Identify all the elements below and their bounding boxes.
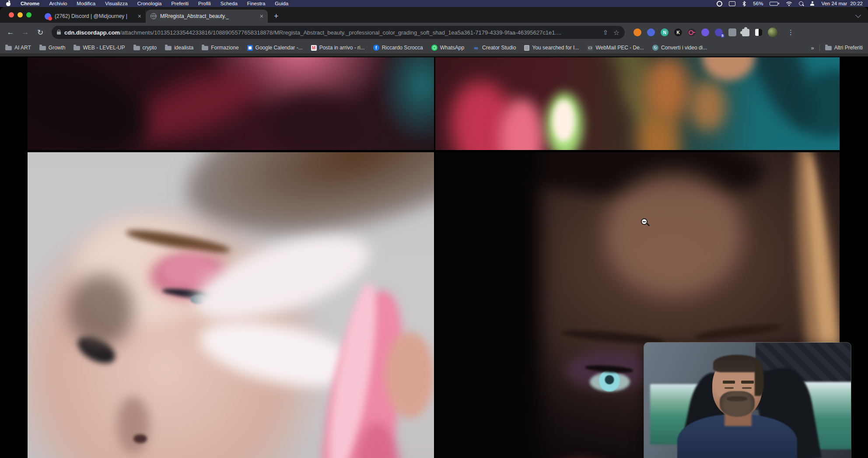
zoom-out-cursor — [641, 218, 653, 231]
extension-key-icon[interactable] — [688, 28, 696, 36]
art-vignette-left — [435, 152, 540, 458]
tab-search-chevron-icon[interactable] — [855, 12, 861, 18]
record-icon[interactable] — [717, 1, 722, 7]
extension-badge: 5 — [721, 34, 724, 38]
bookmark-formazione[interactable]: Formazione — [202, 45, 238, 51]
bookmark-creator-studio[interactable]: ∞Creator Studio — [472, 45, 516, 51]
zoom-window-button[interactable] — [26, 12, 32, 17]
window-controls — [9, 12, 32, 17]
tab-close-icon[interactable]: × — [138, 13, 141, 19]
extensions-row: N K 5 ⋮ — [634, 28, 794, 37]
folder-icon — [825, 46, 832, 50]
wifi-icon[interactable] — [786, 1, 792, 6]
reader-mode-icon[interactable] — [755, 29, 762, 36]
bookmark-label: crypto — [143, 45, 157, 51]
bookmark-label: Posta in arrivo - ri... — [319, 45, 365, 51]
menu-modifica[interactable]: Modifica — [77, 1, 95, 6]
bookmark-idealista[interactable]: idealista — [165, 45, 193, 51]
art-ear — [385, 332, 434, 418]
fast-user-switch-icon[interactable] — [810, 1, 815, 6]
facebook-icon: f — [373, 45, 379, 51]
reload-button[interactable]: ↻ — [34, 26, 46, 38]
artwork-top-left[interactable] — [28, 57, 434, 150]
tab-close-icon[interactable]: × — [260, 13, 263, 19]
bookmark-label: WEB - LEVEL-UP — [83, 45, 125, 51]
art-blob — [645, 57, 690, 122]
bookmark-label: WhatsApp — [440, 45, 464, 51]
google-calendar-icon — [247, 45, 253, 51]
bookmark-webmail-pec[interactable]: WebMail PEC - De... — [587, 45, 644, 51]
gmail-icon: M — [311, 45, 317, 51]
back-button[interactable]: ← — [4, 26, 17, 38]
menu-finestra[interactable]: Finestra — [247, 1, 266, 6]
bookmarks-overflow-chevron[interactable]: » — [811, 45, 814, 51]
address-bar[interactable]: cdn.discordapp.com/attachments/101351233… — [52, 26, 625, 39]
bookmark-label: WebMail PEC - De... — [595, 45, 644, 51]
apple-menu-icon[interactable] — [6, 1, 11, 6]
bookmark-growth[interactable]: Growth — [39, 45, 66, 51]
macos-menu-bar: Chrome Archivio Modifica Visualizza Cron… — [0, 0, 868, 7]
bookmark-crypto[interactable]: crypto — [133, 45, 157, 51]
menu-status-area: 56% Ven 24 mar 20:22 — [717, 1, 868, 7]
screen: Chrome Archivio Modifica Visualizza Cron… — [0, 0, 868, 458]
other-bookmarks-folder[interactable]: Altri Preferiti — [825, 45, 863, 51]
menu-chrome[interactable]: Chrome — [21, 1, 39, 6]
bookmark-label: Growth — [49, 45, 66, 51]
bookmark-facebook-profile[interactable]: fRiccardo Scrocca — [373, 45, 423, 51]
extension-violet-icon[interactable] — [701, 28, 709, 36]
art-blob — [28, 57, 159, 150]
bookmarks-divider — [819, 45, 820, 51]
bookmark-label: Riccardo Scrocca — [382, 45, 423, 51]
display-icon[interactable] — [729, 1, 735, 6]
extension-indigo-icon[interactable]: 5 — [715, 28, 723, 36]
bookmark-you-searched[interactable]: You searched for I... — [524, 45, 579, 51]
spotlight-search-icon[interactable] — [799, 1, 803, 6]
extensions-puzzle-icon[interactable] — [742, 29, 749, 36]
bookmark-gmail-inbox[interactable]: MPosta in arrivo - ri... — [311, 45, 365, 51]
bluetooth-icon[interactable] — [742, 1, 746, 7]
new-tab-button[interactable]: + — [274, 10, 279, 23]
tab-image-active[interactable]: MRregista_Abstract_beauty._ × — [146, 10, 268, 23]
bookmark-label: Google Calendar -... — [256, 45, 303, 51]
menu-clock[interactable]: Ven 24 mar 20:22 — [821, 1, 863, 6]
extension-teal-icon[interactable]: N — [661, 28, 668, 36]
extension-blue-icon[interactable] — [647, 28, 655, 36]
folder-icon — [202, 46, 208, 50]
extension-orange-icon[interactable] — [634, 28, 641, 36]
art-forehead — [605, 174, 742, 296]
menu-archivio[interactable]: Archivio — [49, 1, 67, 6]
menu-scheda[interactable]: Scheda — [220, 1, 238, 6]
artwork-top-right[interactable] — [435, 57, 840, 150]
chrome-menu-icon[interactable]: ⋮ — [788, 28, 794, 36]
share-icon[interactable]: ⇧ — [603, 29, 608, 36]
bookmarks-right-cluster: » Altri Preferiti — [811, 45, 863, 51]
art-blob — [690, 80, 726, 132]
menu-visualizza[interactable]: Visualizza — [105, 1, 128, 6]
menu-profili[interactable]: Profili — [198, 1, 211, 6]
minimize-window-button[interactable] — [18, 12, 23, 17]
bookmark-web-level-up[interactable]: WEB - LEVEL-UP — [74, 45, 125, 51]
content-top-strip — [0, 54, 868, 56]
menu-guida[interactable]: Guida — [275, 1, 288, 6]
menu-cronologia[interactable]: Cronologia — [137, 1, 162, 6]
extension-dark-icon[interactable]: K — [674, 28, 682, 36]
bookmark-star-icon[interactable]: ☆ — [613, 28, 620, 37]
bookmark-whatsapp[interactable]: WhatsApp — [431, 45, 464, 51]
bookmark-video-converter[interactable]: ↻Converti i video di... — [652, 45, 707, 51]
forward-button[interactable]: → — [19, 26, 32, 38]
tabs: (2762) Discord | @Midjourney | × MRregis… — [40, 7, 279, 23]
lock-icon[interactable] — [57, 31, 61, 35]
extension-gray-icon[interactable] — [728, 28, 736, 36]
tab-title: (2762) Discord | @Midjourney | — [55, 13, 127, 19]
bookmark-google-calendar[interactable]: Google Calendar -... — [247, 45, 303, 51]
close-window-button[interactable] — [9, 12, 14, 17]
battery-icon[interactable] — [770, 2, 779, 6]
bookmark-ai-art[interactable]: AI ART — [5, 45, 31, 51]
artwork-bottom-left[interactable] — [28, 152, 434, 458]
tab-discord[interactable]: (2762) Discord | @Midjourney | × — [40, 10, 146, 23]
art-shadow — [68, 274, 133, 346]
magnifier-minus — [643, 221, 646, 222]
url-host: cdn.discordapp.com — [64, 29, 120, 36]
profile-avatar[interactable] — [768, 28, 777, 37]
menu-preferiti[interactable]: Preferiti — [171, 1, 189, 6]
